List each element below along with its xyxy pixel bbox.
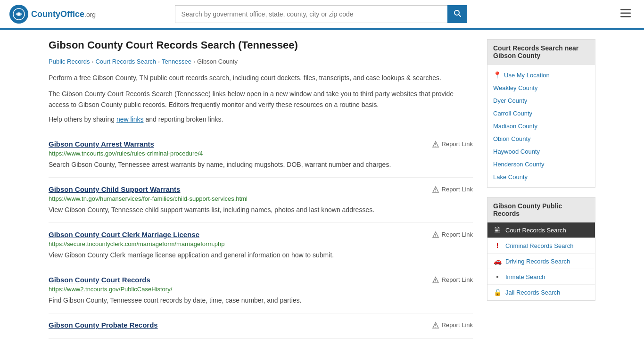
henderson-county-link[interactable]: Henderson County — [493, 161, 544, 168]
search-button[interactable] — [447, 5, 467, 23]
record-desc-child-support: View Gibson County, Tennessee child supp… — [49, 205, 473, 215]
search-input[interactable] — [175, 5, 447, 23]
criminal-records-icon: ! — [493, 242, 502, 249]
help-text-after: and reporting broken links. — [144, 115, 223, 123]
records-list: Gibson County Arrest Warrants Report Lin… — [49, 132, 473, 339]
breadcrumb-current: Gibson County — [197, 58, 238, 65]
new-links-link[interactable]: new links — [116, 115, 144, 123]
svg-point-1 — [17, 13, 20, 16]
svg-rect-6 — [620, 16, 631, 17]
dyer-county-link[interactable]: Dyer County — [493, 97, 527, 104]
breadcrumb: Public Records › Court Records Search › … — [49, 58, 473, 65]
svg-rect-5 — [620, 13, 631, 14]
pr-item-court-records[interactable]: 🏛 Court Records Search — [487, 222, 595, 238]
report-link-child-support[interactable]: Report Link — [432, 186, 473, 193]
svg-point-14 — [435, 281, 436, 282]
record-item-court-records: Gibson County Court Records Report Link … — [49, 268, 473, 313]
logo-icon — [9, 5, 28, 24]
nearby-haywood[interactable]: Haywood County — [487, 145, 595, 158]
page-title: Gibson County Court Records Search (Tenn… — [49, 39, 473, 51]
use-my-location-link[interactable]: Use My Location — [504, 72, 550, 79]
record-item-marriage-license: Gibson County Court Clerk Marriage Licen… — [49, 223, 473, 268]
haywood-county-link[interactable]: Haywood County — [493, 148, 540, 155]
search-area — [175, 5, 467, 23]
sidebar-public-records-section: Gibson County Public Records 🏛 Court Rec… — [487, 197, 595, 301]
madison-county-link[interactable]: Madison County — [493, 123, 537, 130]
menu-button[interactable] — [617, 6, 635, 22]
driving-records-icon: 🚗 — [493, 257, 502, 265]
logo[interactable]: CountyOffice.org — [9, 5, 96, 24]
record-url-court-records: https://www2.tncourts.gov/PublicCaseHist… — [49, 286, 473, 293]
pr-item-inmate-search[interactable]: ▪ Inmate Search — [487, 269, 595, 285]
obion-county-link[interactable]: Obion County — [493, 135, 531, 142]
nearby-madison[interactable]: Madison County — [487, 120, 595, 132]
svg-rect-4 — [620, 9, 631, 10]
record-title-child-support[interactable]: Gibson County Child Support Warrants — [49, 185, 180, 193]
svg-line-3 — [459, 15, 461, 16]
breadcrumb-sep-3: › — [193, 58, 195, 65]
record-url-marriage-license: https://secure.tncountyclerk.com/marriag… — [49, 240, 473, 247]
help-text: Help others by sharing new links and rep… — [49, 115, 473, 123]
report-link-arrest-warrants[interactable]: Report Link — [432, 140, 473, 148]
carroll-county-link[interactable]: Carroll County — [493, 110, 532, 117]
inmate-search-icon: ▪ — [493, 273, 502, 280]
lake-county-link[interactable]: Lake County — [493, 173, 528, 181]
breadcrumb-public-records[interactable]: Public Records — [49, 58, 90, 65]
record-desc-arrest-warrants: Search Gibson County, Tennessee arrest w… — [49, 160, 473, 170]
report-link-probate[interactable]: Report Link — [432, 321, 473, 329]
location-icon: 📍 — [493, 71, 501, 79]
pr-criminal-records-link[interactable]: Criminal Records Search — [505, 242, 574, 249]
pr-item-jail-records[interactable]: 🔒 Jail Records Search — [487, 285, 595, 300]
breadcrumb-court-records[interactable]: Court Records Search — [95, 58, 156, 65]
use-my-location-item[interactable]: 📍 Use My Location — [487, 68, 595, 82]
pr-items-list: 🏛 Court Records Search ! Criminal Record… — [487, 222, 595, 300]
pr-item-driving-records[interactable]: 🚗 Driving Records Search — [487, 254, 595, 269]
nearby-henderson[interactable]: Henderson County — [487, 158, 595, 171]
nearby-items-list: 📍 Use My Location Weakley County Dyer Co… — [487, 65, 595, 187]
pr-driving-records-link[interactable]: Driving Records Search — [505, 258, 570, 265]
nearby-carroll[interactable]: Carroll County — [487, 107, 595, 120]
pr-court-records-link[interactable]: Court Records Search — [505, 227, 566, 234]
pr-item-criminal-records[interactable]: ! Criminal Records Search — [487, 238, 595, 254]
sidebar-nearby-section: Court Records Search near Gibson County … — [487, 39, 595, 188]
sidebar: Court Records Search near Gibson County … — [487, 39, 595, 339]
svg-point-10 — [435, 191, 436, 192]
weakley-county-link[interactable]: Weakley County — [493, 84, 537, 91]
jail-records-icon: 🔒 — [493, 288, 502, 296]
main-layout: Gibson County Court Records Search (Tenn… — [39, 30, 605, 358]
svg-point-16 — [435, 327, 436, 328]
record-url-child-support: https://www.tn.gov/humanservices/for-fam… — [49, 195, 473, 202]
nearby-lake[interactable]: Lake County — [487, 171, 595, 183]
sidebar-public-records-header: Gibson County Public Records — [487, 197, 595, 222]
report-link-marriage-license[interactable]: Report Link — [432, 231, 473, 239]
content-area: Gibson County Court Records Search (Tenn… — [49, 39, 473, 339]
svg-point-8 — [435, 146, 436, 147]
court-records-icon: 🏛 — [493, 226, 502, 234]
intro-paragraph-1: Perform a free Gibson County, TN public … — [49, 73, 473, 83]
logo-text: CountyOffice.org — [31, 9, 96, 19]
record-item-child-support: Gibson County Child Support Warrants Rep… — [49, 178, 473, 223]
pr-jail-records-link[interactable]: Jail Records Search — [505, 289, 560, 296]
header: CountyOffice.org — [0, 0, 644, 30]
record-url-arrest-warrants: https://www.tncourts.gov/rules/rules-cri… — [49, 150, 473, 157]
svg-point-12 — [435, 236, 436, 237]
intro-paragraph-2: The Gibson County Court Records Search (… — [49, 89, 473, 110]
record-title-marriage-license[interactable]: Gibson County Court Clerk Marriage Licen… — [49, 230, 199, 239]
pr-inmate-search-link[interactable]: Inmate Search — [505, 273, 545, 280]
record-desc-marriage-license: View Gibson County Clerk marriage licens… — [49, 250, 473, 260]
record-title-probate[interactable]: Gibson County Probate Records — [49, 321, 158, 329]
breadcrumb-tennessee[interactable]: Tennessee — [162, 58, 191, 65]
nearby-dyer[interactable]: Dyer County — [487, 94, 595, 107]
breadcrumb-sep-1: › — [91, 58, 93, 65]
report-link-court-records[interactable]: Report Link — [432, 276, 473, 284]
record-item-probate: Gibson County Probate Records Report Lin… — [49, 313, 473, 339]
record-item-arrest-warrants: Gibson County Arrest Warrants Report Lin… — [49, 132, 473, 178]
help-text-before: Help others by sharing — [49, 115, 116, 123]
breadcrumb-sep-2: › — [158, 58, 160, 65]
nearby-weakley[interactable]: Weakley County — [487, 82, 595, 94]
record-desc-court-records: Find Gibson County, Tennessee court reco… — [49, 296, 473, 305]
nearby-obion[interactable]: Obion County — [487, 132, 595, 145]
record-title-court-records[interactable]: Gibson County Court Records — [49, 276, 150, 284]
record-title-arrest-warrants[interactable]: Gibson County Arrest Warrants — [49, 140, 154, 148]
sidebar-nearby-header: Court Records Search near Gibson County — [487, 40, 595, 65]
